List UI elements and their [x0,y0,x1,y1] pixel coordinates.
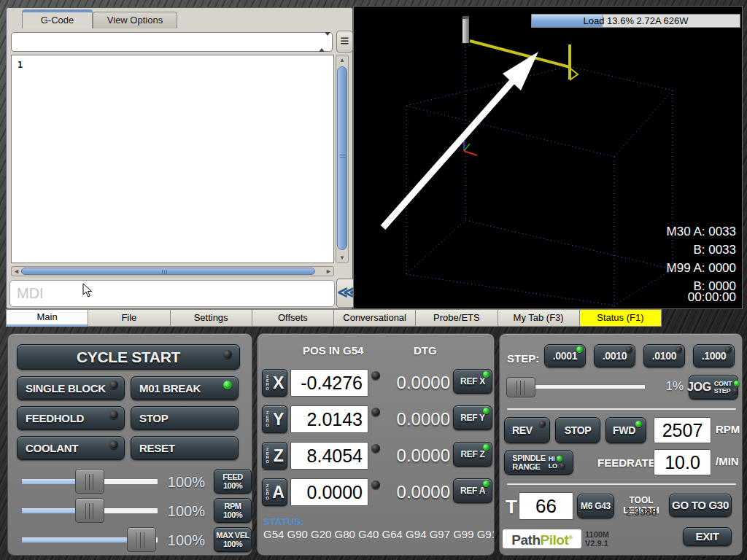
vertical-scroll-thumb[interactable] [337,66,347,250]
gcode-file-combobox[interactable] [11,32,333,52]
x-pos-field[interactable]: -0.4276 [290,369,368,397]
spindle-load-meter: Load 13.6% 2.72A 626W [531,14,740,28]
scroll-down-icon[interactable]: ▼ [336,253,348,262]
a-pos-field[interactable]: 0.0000 [290,478,368,506]
rpm-override-slider[interactable] [21,498,158,523]
tab-status-f1[interactable]: Status (F1) [579,309,662,327]
tab-view-options[interactable]: View Options [93,12,177,28]
jog-slider-handle[interactable] [506,377,535,397]
ref-y-button[interactable]: REF Y [453,405,492,430]
zero-y-button[interactable]: ZERO Y [262,405,287,433]
feedhold-button[interactable]: FEEDHOLD [17,406,125,430]
scroll-right-icon[interactable]: ► [324,267,333,276]
jog-step-led [732,388,738,394]
step-0100-button[interactable]: .0100 [643,344,685,368]
tab-file[interactable]: File [88,309,170,327]
spindle-range-button[interactable]: SPINDLERANGE HI LO [504,450,573,475]
main-tab-bar: Main File Settings Offsets Conversationa… [6,309,662,327]
tool-label: T [506,496,517,518]
step-label: STEP: [507,352,539,365]
zero-z-button[interactable]: ZERO Z [262,442,287,470]
editor-vertical-scrollbar[interactable]: ▲ ▼ [336,55,349,263]
scroll-up-icon[interactable]: ▲ [336,55,348,65]
tool-length-value: 2.9988 [615,506,667,518]
cycle-start-button[interactable]: CYCLE START [17,344,240,370]
feed-override-value: 100% [161,474,205,491]
combobox-spinner-icon[interactable] [319,36,328,49]
toolpath-viewer[interactable]: Load 13.6% 2.72A 626W M30 A: 0033 B: 003… [353,6,743,309]
dro-panel: POS IN G54 DTG ZERO X -0.4276 0.0000 REF… [257,333,495,556]
menu-icon[interactable]: ≡ [336,31,353,52]
line-number: 1 [18,60,23,70]
tab-my-tab-f3[interactable]: My Tab (F3) [498,309,580,327]
mdi-input[interactable] [9,280,335,307]
step-1000-button[interactable]: .1000 [693,344,735,368]
scroll-left-icon[interactable]: ◄ [12,267,21,276]
feedrate-label: FEEDRATE: [597,456,659,469]
maxvel-slider-handle[interactable] [127,527,156,552]
step-0100-led [676,346,682,353]
tab-offsets[interactable]: Offsets [252,309,334,327]
tab-probe-ets[interactable]: Probe/ETS [415,309,498,327]
rpm-slider-handle[interactable] [75,498,104,523]
feed-override-slider[interactable] [21,469,158,494]
spindle-rev-led [539,421,546,427]
tab-gcode[interactable]: G-Code [22,9,93,28]
jog-direction-arrow [383,52,538,228]
ref-z-led [483,444,489,451]
range-hi-led [557,456,562,462]
spindle-fwd-button[interactable]: FWD [605,417,646,443]
active-gcodes: G54 G90 G20 G80 G40 G64 G94 G97 G99 G91.… [263,528,494,540]
horizontal-scroll-thumb[interactable] [21,268,315,275]
tab-settings[interactable]: Settings [170,309,252,327]
feedrate-field[interactable]: 10.0 [654,449,711,475]
y-pos-field[interactable]: 2.0143 [290,405,368,433]
cycle-timer: 00:00:00 [688,290,736,305]
dro-row-y: ZERO Y 2.0143 0.0000 REF Y [258,405,494,433]
ref-x-button[interactable]: REF X [453,369,492,394]
spindle-rpm-field[interactable]: 2507 [654,417,711,443]
feed-slider-handle[interactable] [75,469,104,494]
ref-x-led [483,371,489,378]
step-0001-button[interactable]: .0001 [544,344,586,368]
gcode-panel: G-Code View Options ≡ 1 ▲ ▼ ◄ ► ⋘ [6,7,353,309]
rpm-100-button[interactable]: RPM100% [214,498,252,523]
zero-a-button[interactable]: ZERO A [262,478,287,506]
spindle-fwd-led [635,421,642,427]
z-pos-field[interactable]: 8.4054 [290,442,368,470]
zero-x-button[interactable]: ZERO X [262,369,287,397]
pathpilot-logo: PathPilot® [503,529,581,548]
ref-a-led [483,481,489,487]
coolant-led [109,440,118,449]
editor-horizontal-scrollbar[interactable]: ◄ ► [11,266,334,276]
coolant-button[interactable]: COOLANT [17,436,125,460]
spindle-rev-button[interactable]: REV [504,417,550,443]
spindle-stop-button[interactable]: STOP [555,417,600,443]
reset-button[interactable]: RESET [131,436,239,460]
stop-button[interactable]: STOP [131,406,239,430]
m6-g43-button[interactable]: M6 G43 [577,494,614,518]
machine-envelope-lines [406,43,673,307]
jog-cont-step-button[interactable]: JOG CONT STEP [689,375,738,400]
single-block-button[interactable]: SINGLE BLOCK [17,376,125,400]
tab-main[interactable]: Main [6,309,88,327]
divider [507,408,736,410]
feed-100-button[interactable]: FEED100% [214,469,252,494]
rpm-label: RPM [716,423,740,435]
ref-a-button[interactable]: REF A [453,478,492,503]
jog-speed-slider[interactable] [510,375,646,400]
step-0010-button[interactable]: .0010 [594,344,635,368]
single-block-led [109,381,118,389]
maxvel-override-slider[interactable] [21,527,158,552]
ref-z-button[interactable]: REF Z [453,442,492,467]
maxvel-100-button[interactable]: MAX VEL100% [214,527,252,552]
gcode-editor[interactable]: 1 [11,55,334,263]
exit-button[interactable]: EXIT [683,527,732,546]
status-label: STATUS: [263,516,304,527]
goto-g30-button[interactable]: GO TO G30 [669,494,732,517]
tab-conversational[interactable]: Conversational [333,309,416,327]
machine-model-version: 1100MV2.9.1 [585,530,609,548]
a-dtg-value: 0.0000 [383,478,450,506]
m01-break-button[interactable]: M01 BREAK [131,376,239,400]
tool-number-field[interactable]: 66 [519,492,573,520]
